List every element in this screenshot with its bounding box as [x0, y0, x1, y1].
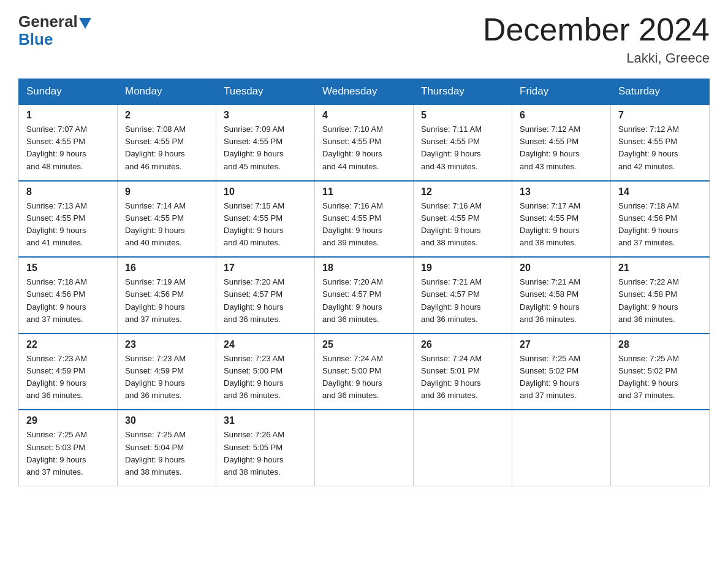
col-thursday: Thursday: [414, 79, 512, 105]
day-number: 21: [618, 262, 702, 274]
day-info: Sunrise: 7:16 AMSunset: 4:55 PMDaylight:…: [322, 201, 383, 247]
day-info: Sunrise: 7:07 AMSunset: 4:55 PMDaylight:…: [26, 124, 87, 170]
table-row: 27 Sunrise: 7:25 AMSunset: 5:02 PMDaylig…: [512, 334, 611, 410]
day-info: Sunrise: 7:14 AMSunset: 4:55 PMDaylight:…: [125, 201, 186, 247]
calendar-table: Sunday Monday Tuesday Wednesday Thursday…: [18, 79, 710, 486]
table-row: 31 Sunrise: 7:26 AMSunset: 5:05 PMDaylig…: [216, 410, 315, 486]
table-row: [414, 410, 512, 486]
table-row: 2 Sunrise: 7:08 AMSunset: 4:55 PMDayligh…: [118, 104, 216, 181]
table-row: 22 Sunrise: 7:23 AMSunset: 4:59 PMDaylig…: [19, 334, 118, 410]
table-row: 18 Sunrise: 7:20 AMSunset: 4:57 PMDaylig…: [315, 257, 414, 334]
table-row: [512, 410, 611, 486]
day-info: Sunrise: 7:11 AMSunset: 4:55 PMDaylight:…: [421, 124, 482, 170]
day-info: Sunrise: 7:23 AMSunset: 4:59 PMDaylight:…: [26, 354, 87, 400]
table-row: 25 Sunrise: 7:24 AMSunset: 5:00 PMDaylig…: [315, 334, 414, 410]
day-number: 3: [224, 110, 307, 121]
table-row: 8 Sunrise: 7:13 AMSunset: 4:55 PMDayligh…: [19, 181, 118, 258]
day-info: Sunrise: 7:12 AMSunset: 4:55 PMDaylight:…: [520, 124, 580, 170]
day-info: Sunrise: 7:20 AMSunset: 4:57 PMDaylight:…: [322, 277, 383, 323]
day-info: Sunrise: 7:24 AMSunset: 5:00 PMDaylight:…: [322, 354, 383, 400]
day-number: 4: [322, 110, 406, 121]
calendar-title: December 2024: [483, 12, 710, 47]
col-sunday: Sunday: [19, 79, 118, 105]
day-info: Sunrise: 7:25 AMSunset: 5:02 PMDaylight:…: [520, 354, 580, 400]
page-header: General Blue December 2024 Lakki, Greece: [18, 12, 710, 66]
day-number: 16: [125, 262, 208, 274]
table-row: 7 Sunrise: 7:12 AMSunset: 4:55 PMDayligh…: [611, 104, 710, 181]
day-number: 27: [520, 339, 603, 350]
table-row: 12 Sunrise: 7:16 AMSunset: 4:55 PMDaylig…: [414, 181, 512, 258]
logo: General Blue: [18, 12, 91, 49]
calendar-week-4: 22 Sunrise: 7:23 AMSunset: 4:59 PMDaylig…: [19, 334, 710, 410]
day-info: Sunrise: 7:13 AMSunset: 4:55 PMDaylight:…: [26, 201, 87, 247]
day-number: 23: [125, 339, 208, 350]
calendar-week-2: 8 Sunrise: 7:13 AMSunset: 4:55 PMDayligh…: [19, 181, 710, 258]
table-row: 20 Sunrise: 7:21 AMSunset: 4:58 PMDaylig…: [512, 257, 611, 334]
day-number: 2: [125, 110, 208, 121]
day-info: Sunrise: 7:20 AMSunset: 4:57 PMDaylight:…: [224, 277, 284, 323]
calendar-header-row: Sunday Monday Tuesday Wednesday Thursday…: [19, 79, 710, 105]
day-number: 20: [520, 262, 603, 274]
day-number: 18: [322, 262, 406, 274]
day-info: Sunrise: 7:09 AMSunset: 4:55 PMDaylight:…: [224, 124, 284, 170]
col-saturday: Saturday: [611, 79, 710, 105]
table-row: 19 Sunrise: 7:21 AMSunset: 4:57 PMDaylig…: [414, 257, 512, 334]
table-row: 9 Sunrise: 7:14 AMSunset: 4:55 PMDayligh…: [118, 181, 216, 258]
table-row: 14 Sunrise: 7:18 AMSunset: 4:56 PMDaylig…: [611, 181, 710, 258]
day-info: Sunrise: 7:18 AMSunset: 4:56 PMDaylight:…: [618, 201, 679, 247]
table-row: 21 Sunrise: 7:22 AMSunset: 4:58 PMDaylig…: [611, 257, 710, 334]
day-info: Sunrise: 7:18 AMSunset: 4:56 PMDaylight:…: [26, 277, 87, 323]
day-number: 12: [421, 186, 504, 197]
day-number: 24: [224, 339, 307, 350]
calendar-subtitle: Lakki, Greece: [483, 50, 710, 66]
table-row: 29 Sunrise: 7:25 AMSunset: 5:03 PMDaylig…: [19, 410, 118, 486]
day-info: Sunrise: 7:17 AMSunset: 4:55 PMDaylight:…: [520, 201, 580, 247]
day-info: Sunrise: 7:08 AMSunset: 4:55 PMDaylight:…: [125, 124, 186, 170]
table-row: 15 Sunrise: 7:18 AMSunset: 4:56 PMDaylig…: [19, 257, 118, 334]
table-row: 24 Sunrise: 7:23 AMSunset: 5:00 PMDaylig…: [216, 334, 315, 410]
table-row: 11 Sunrise: 7:16 AMSunset: 4:55 PMDaylig…: [315, 181, 414, 258]
day-info: Sunrise: 7:22 AMSunset: 4:58 PMDaylight:…: [618, 277, 679, 323]
calendar-week-3: 15 Sunrise: 7:18 AMSunset: 4:56 PMDaylig…: [19, 257, 710, 334]
col-tuesday: Tuesday: [216, 79, 315, 105]
day-number: 25: [322, 339, 406, 350]
day-number: 5: [421, 110, 504, 121]
table-row: 28 Sunrise: 7:25 AMSunset: 5:02 PMDaylig…: [611, 334, 710, 410]
day-number: 8: [26, 186, 110, 197]
col-wednesday: Wednesday: [315, 79, 414, 105]
table-row: 23 Sunrise: 7:23 AMSunset: 4:59 PMDaylig…: [118, 334, 216, 410]
day-number: 1: [26, 110, 110, 121]
day-info: Sunrise: 7:25 AMSunset: 5:02 PMDaylight:…: [618, 354, 679, 400]
calendar-week-5: 29 Sunrise: 7:25 AMSunset: 5:03 PMDaylig…: [19, 410, 710, 486]
day-info: Sunrise: 7:21 AMSunset: 4:58 PMDaylight:…: [520, 277, 580, 323]
table-row: 1 Sunrise: 7:07 AMSunset: 4:55 PMDayligh…: [19, 104, 118, 181]
table-row: 6 Sunrise: 7:12 AMSunset: 4:55 PMDayligh…: [512, 104, 611, 181]
logo-general: General: [18, 12, 91, 31]
day-info: Sunrise: 7:25 AMSunset: 5:04 PMDaylight:…: [125, 430, 186, 476]
logo-arrow-icon: [79, 18, 91, 29]
table-row: 4 Sunrise: 7:10 AMSunset: 4:55 PMDayligh…: [315, 104, 414, 181]
day-number: 17: [224, 262, 307, 274]
title-block: December 2024 Lakki, Greece: [483, 12, 710, 66]
day-number: 7: [618, 110, 702, 121]
table-row: 17 Sunrise: 7:20 AMSunset: 4:57 PMDaylig…: [216, 257, 315, 334]
day-number: 9: [125, 186, 208, 197]
day-number: 22: [26, 339, 110, 350]
day-info: Sunrise: 7:21 AMSunset: 4:57 PMDaylight:…: [421, 277, 482, 323]
day-info: Sunrise: 7:16 AMSunset: 4:55 PMDaylight:…: [421, 201, 482, 247]
day-number: 28: [618, 339, 702, 350]
table-row: 10 Sunrise: 7:15 AMSunset: 4:55 PMDaylig…: [216, 181, 315, 258]
day-info: Sunrise: 7:12 AMSunset: 4:55 PMDaylight:…: [618, 124, 679, 170]
logo-blue: Blue: [18, 30, 53, 49]
table-row: [611, 410, 710, 486]
day-info: Sunrise: 7:10 AMSunset: 4:55 PMDaylight:…: [322, 124, 383, 170]
table-row: [315, 410, 414, 486]
day-info: Sunrise: 7:25 AMSunset: 5:03 PMDaylight:…: [26, 430, 87, 476]
day-number: 30: [125, 415, 208, 426]
day-info: Sunrise: 7:19 AMSunset: 4:56 PMDaylight:…: [125, 277, 186, 323]
calendar-week-1: 1 Sunrise: 7:07 AMSunset: 4:55 PMDayligh…: [19, 104, 710, 181]
day-info: Sunrise: 7:23 AMSunset: 4:59 PMDaylight:…: [125, 354, 186, 400]
day-number: 29: [26, 415, 110, 426]
col-friday: Friday: [512, 79, 611, 105]
day-info: Sunrise: 7:15 AMSunset: 4:55 PMDaylight:…: [224, 201, 284, 247]
